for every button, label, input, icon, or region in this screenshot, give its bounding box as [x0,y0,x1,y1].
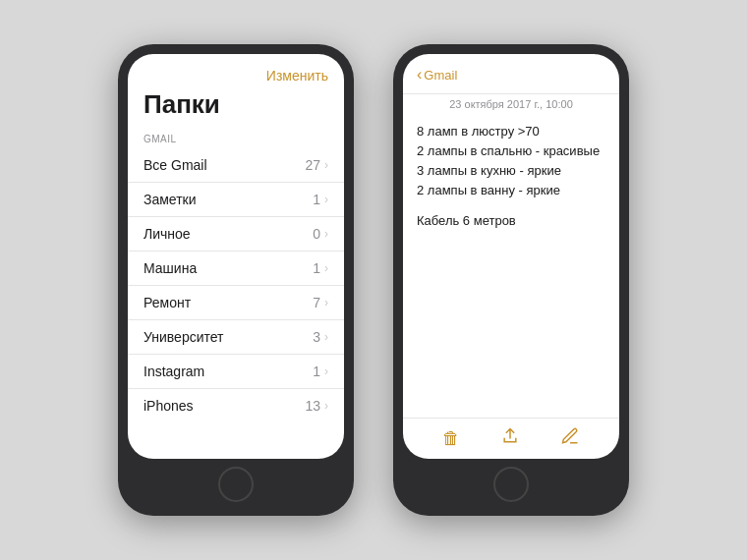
note-gap [417,201,605,211]
folder-count: 1 [313,192,320,207]
folder-right: 13 › [305,398,328,414]
back-button[interactable]: ‹ Gmail [417,66,605,84]
chevron-right-icon: › [324,261,328,275]
section-label: GMAIL [128,128,344,148]
note-line: 2 лампы в спальню - красивые [417,141,605,161]
page-title: Папки [128,87,344,128]
chevron-right-icon: › [324,399,328,413]
folder-count: 13 [305,398,320,414]
folder-name: Машина [144,260,313,276]
back-label: Gmail [424,68,457,83]
note-line: 3 лампы в кухню - яркие [417,161,605,181]
folder-count: 0 [313,226,320,242]
folder-count: 27 [305,157,320,173]
home-button-2[interactable] [493,467,529,502]
chevron-right-icon: › [324,193,328,206]
chevron-right-icon: › [324,158,328,172]
top-bar: Изменить [128,54,344,87]
folder-item[interactable]: Ремонт 7 › [128,286,344,320]
edit-button[interactable]: Изменить [266,68,328,84]
folder-count: 1 [313,364,320,379]
folder-name: Университет [144,329,313,345]
folder-right: 1 › [313,364,328,379]
folder-item[interactable]: iPhones 13 › [128,389,344,422]
folder-item[interactable]: Личное 0 › [128,217,344,252]
note-date: 23 октября 2017 г., 10:00 [403,94,619,116]
folder-item[interactable]: Машина 1 › [128,252,344,286]
note-line: 2 лампы в ванну - яркие [417,181,605,200]
folder-name: Ремонт [144,295,313,310]
folder-right: 7 › [313,295,328,310]
chevron-right-icon: › [324,227,328,241]
phone-folders: Изменить Папки GMAIL Все Gmail 27 › Заме… [118,44,354,516]
compose-icon[interactable] [560,426,580,451]
folder-name: Личное [144,226,313,242]
folder-right: 1 › [313,192,328,207]
folder-count: 1 [313,260,320,276]
chevron-right-icon: › [324,296,328,309]
folder-right: 1 › [313,260,328,276]
folder-item[interactable]: Instagram 1 › [128,355,344,389]
folder-count: 7 [313,295,320,310]
phone-note-detail: ‹ Gmail 23 октября 2017 г., 10:00 8 ламп… [393,44,629,516]
note-header: ‹ Gmail [403,54,619,94]
folder-item[interactable]: Все Gmail 27 › [128,148,344,183]
folder-item[interactable]: Заметки 1 › [128,183,344,217]
folder-item[interactable]: Университет 3 › [128,320,344,355]
folder-name: Instagram [144,364,313,379]
chevron-right-icon: › [324,330,328,344]
note-body: 8 ламп в люстру >702 лампы в спальню - к… [403,116,619,418]
folder-name: Заметки [144,192,313,207]
chevron-right-icon: › [324,364,328,378]
folder-name: Все Gmail [144,157,305,173]
home-button[interactable] [218,467,254,502]
folder-right: 27 › [305,157,328,173]
folder-count: 3 [313,329,320,345]
folder-right: 0 › [313,226,328,242]
folder-name: iPhones [144,398,305,414]
share-icon[interactable] [500,426,520,451]
note-line: Кабель 6 метров [417,211,605,231]
trash-icon[interactable]: 🗑 [442,428,460,449]
folder-list: Все Gmail 27 › Заметки 1 › Личное 0 › Ма… [128,148,344,459]
folder-right: 3 › [313,329,328,345]
note-line: 8 ламп в люстру >70 [417,122,605,141]
back-chevron-icon: ‹ [417,66,422,84]
note-toolbar: 🗑 [403,418,619,459]
